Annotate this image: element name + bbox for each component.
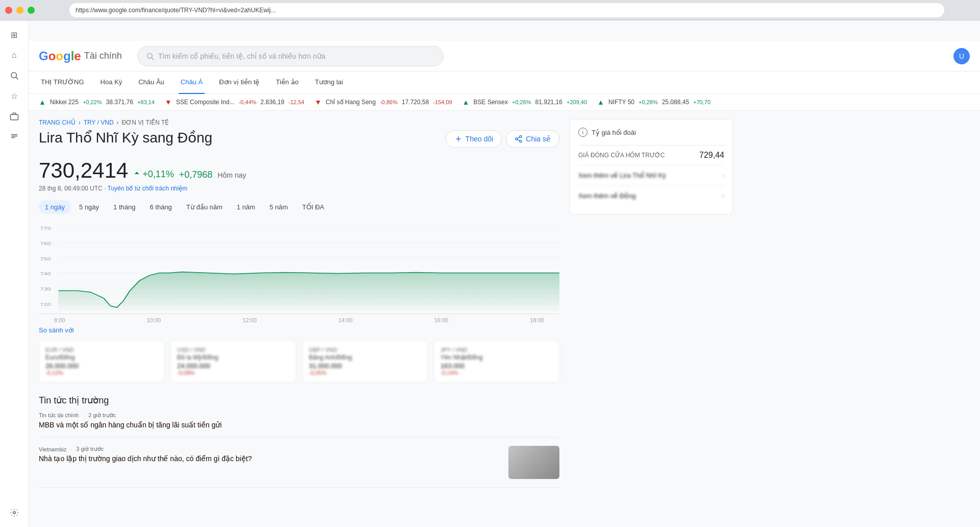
breadcrumb: TRANG CHỦ › TRY / VND › ĐƠN VỊ TIỀN TỆ <box>39 119 559 126</box>
currency-card-gbp-vnd[interactable]: GBP / VND Bảng Anh/Đồng 31.000.000 -0,05… <box>302 340 428 382</box>
chevron-right-icon-1: › <box>722 172 724 179</box>
related-item-1-label: Xem thêm về Lira Thổ Nhĩ Kỳ <box>578 172 666 179</box>
browser-chrome: https://www.google.com/finance/quote/TRY… <box>0 0 980 20</box>
related-item-2-label: Xem thêm về Đồng <box>578 192 636 200</box>
sidebar-news-icon[interactable] <box>5 128 23 146</box>
breadcrumb-home[interactable]: TRANG CHỦ <box>39 119 76 126</box>
tab-thi-truong[interactable]: THỊ TRƯỜNG <box>39 71 86 94</box>
news-separator-2: · <box>70 446 72 452</box>
time-tab-daunnam[interactable]: Từ đầu năm <box>180 200 229 214</box>
gbp-vnd-name: Bảng Anh/Đồng <box>309 354 421 361</box>
compare-link[interactable]: So sánh với <box>39 326 74 334</box>
search-bar[interactable]: Tìm kiếm cổ phiếu, tiền tệ, chỉ số và nh… <box>137 46 444 66</box>
currency-card-usd-vnd[interactable]: USD / VND Đô la Mỹ/Đồng 24.000.000 -0,08… <box>170 340 296 382</box>
ticker-sensex[interactable]: ▲ BSE Sensex +0,26% 81.921,16 +209,40 <box>462 98 587 106</box>
tab-chau-a[interactable]: Châu Á <box>179 71 205 94</box>
time-tab-6thang[interactable]: 6 tháng <box>143 200 178 214</box>
tab-hoa-ky[interactable]: Hoa Kỳ <box>99 71 125 94</box>
news-title-1: MBB và một số ngân hàng chuẩn bị tăng lã… <box>39 421 559 429</box>
user-avatar[interactable]: U <box>953 48 970 64</box>
time-tab-toi-da[interactable]: TỐI ĐA <box>296 200 330 214</box>
sidebar-search-icon[interactable] <box>5 66 23 85</box>
tab-tien-ao[interactable]: Tiền ảo <box>274 71 300 94</box>
breadcrumb-middle[interactable]: TRY / VND <box>84 119 114 126</box>
hangseng-price: 17.720,58 <box>402 99 429 106</box>
currency-grid: EUR / VND Euro/Đồng 26.000.000 -0,12% US… <box>39 340 559 382</box>
chevron-right-icon-2: › <box>722 192 724 200</box>
follow-button[interactable]: Theo dõi <box>446 130 502 148</box>
product-name: Tài chính <box>84 51 122 61</box>
eur-vnd-change: -0,12% <box>45 370 158 376</box>
info-icon: i <box>578 128 587 137</box>
nikkei-up-arrow: ▲ <box>39 98 46 106</box>
svg-point-10 <box>520 140 522 142</box>
close-button[interactable] <box>5 7 12 14</box>
eur-vnd-name: Euro/Đồng <box>45 354 158 361</box>
sidebar-portfolio-icon[interactable] <box>5 107 23 126</box>
time-tab-5ngay[interactable]: 5 ngày <box>73 200 105 214</box>
time-tab-1nam[interactable]: 1 năm <box>231 200 261 214</box>
plus-icon <box>454 135 462 143</box>
currency-card-jpy-vnd[interactable]: JPY / VND Yên Nhật/Đồng 163.000 -0,14% <box>434 340 559 382</box>
ticker-hangseng[interactable]: ▼ Chỉ số Hang Seng -0,86% 17.720,58 -154… <box>314 98 452 106</box>
time-tab-5nam[interactable]: 5 năm <box>263 200 294 214</box>
price-change-indicator: +0,11% <box>133 169 174 180</box>
page-title: Lira Thổ Nhĩ Kỳ sang Đồng <box>39 129 212 146</box>
minimize-button[interactable] <box>16 7 23 14</box>
time-tab-1thang[interactable]: 1 tháng <box>107 200 141 214</box>
nikkei-change: +0,22% <box>83 99 102 105</box>
sidebar: ⊞ ⌂ ☆ <box>0 20 29 527</box>
gbp-vnd-pair: GBP / VND <box>309 347 421 353</box>
svg-point-3 <box>13 512 15 514</box>
svg-point-9 <box>516 138 518 140</box>
search-placeholder: Tìm kiếm cổ phiếu, tiền tệ, chỉ số và nh… <box>158 52 326 60</box>
sidebar-settings-icon[interactable] <box>5 504 23 522</box>
ticker-sse[interactable]: ▼ SSE Composite Ind... -0,44% 2.836,19 -… <box>165 98 304 106</box>
price-change-abs: +0,7968 <box>179 170 213 180</box>
news-item-1[interactable]: Tin tức tài chính · 2 giờ trước MBB và m… <box>39 412 559 438</box>
exchange-rate-card: i Tỷ giá hối đoái GIÁ ĐÓNG CỬA HÔM TRƯỚC… <box>570 119 733 214</box>
sidebar-apps-icon[interactable]: ⊞ <box>5 26 23 44</box>
chart-area: 770 760 750 740 730 720 <box>39 222 559 314</box>
time-tab-1ngay[interactable]: 1 ngày <box>39 200 71 214</box>
exchange-rate-label: GIÁ ĐÓNG CỬA HÔM TRƯỚC <box>578 152 665 159</box>
breadcrumb-current: ĐƠN VỊ TIỀN TỆ <box>122 119 169 126</box>
sse-name: SSE Composite Ind... <box>176 99 235 106</box>
chart-x-labels: 8:00 10:00 12:00 14:00 16:00 18:00 <box>39 317 559 323</box>
gbp-vnd-price: 31.000.000 <box>309 362 421 370</box>
svg-rect-2 <box>10 114 18 120</box>
nikkei-name: Nikkei 225 <box>50 99 79 106</box>
news-item-2[interactable]: Vietnambiz · 3 giờ trước Nhà tạo lập thị… <box>39 446 559 488</box>
breadcrumb-sep2: › <box>117 119 119 126</box>
search-icon <box>146 52 154 60</box>
content-area: TRANG CHỦ › TRY / VND › ĐƠN VỊ TIỀN TỆ L… <box>29 111 743 504</box>
sidebar-star-icon[interactable]: ☆ <box>5 87 23 105</box>
related-item-2[interactable]: Xem thêm về Đồng › <box>578 185 724 206</box>
news-time-2: 3 giờ trước <box>76 446 104 452</box>
svg-text:770: 770 <box>40 225 51 230</box>
address-bar[interactable]: https://www.google.com/finance/quote/TRY… <box>69 3 944 17</box>
sensex-price: 81.921,16 <box>535 99 562 106</box>
disclaimer-link[interactable]: Tuyên bố từ chối trách nhiệm <box>108 185 188 192</box>
currency-card-eur-vnd[interactable]: EUR / VND Euro/Đồng 26.000.000 -0,12% <box>39 340 164 382</box>
news-separator-1: · <box>83 413 84 419</box>
tab-tuong-lai[interactable]: Tương lai <box>313 71 345 94</box>
news-title-2: Nhà tạo lập thị trường giao dịch như thế… <box>39 454 502 463</box>
maximize-button[interactable] <box>28 7 35 14</box>
tab-don-vi-tien-te[interactable]: Đơn vị tiền tệ <box>217 71 261 94</box>
ticker-nifty[interactable]: ▲ NIFTY 50 +0,28% 25.088,45 +70,70 <box>597 98 710 106</box>
price-meta: 28 thg 8, 06:49:00 UTC · Tuyên bố từ chố… <box>39 185 559 192</box>
svg-point-8 <box>520 135 522 137</box>
tab-chau-au[interactable]: Châu Âu <box>136 71 166 94</box>
news-item-with-img-2: Vietnambiz · 3 giờ trước Nhà tạo lập thị… <box>39 446 559 479</box>
nifty-name: NIFTY 50 <box>608 99 634 106</box>
sidebar-home-icon[interactable]: ⌂ <box>5 46 23 64</box>
nikkei-price: 38.371,76 <box>106 99 133 106</box>
news-thumbnail-2 <box>508 446 559 479</box>
share-button[interactable]: Chia sẻ <box>506 130 559 148</box>
sse-change: -0,44% <box>238 99 256 105</box>
svg-text:720: 720 <box>40 301 51 306</box>
related-item-1[interactable]: Xem thêm về Lira Thổ Nhĩ Kỳ › <box>578 165 724 185</box>
ticker-nikkei[interactable]: ▲ Nikkei 225 +0,22% 38.371,76 +83,14 <box>39 98 155 106</box>
svg-text:740: 740 <box>40 271 51 276</box>
